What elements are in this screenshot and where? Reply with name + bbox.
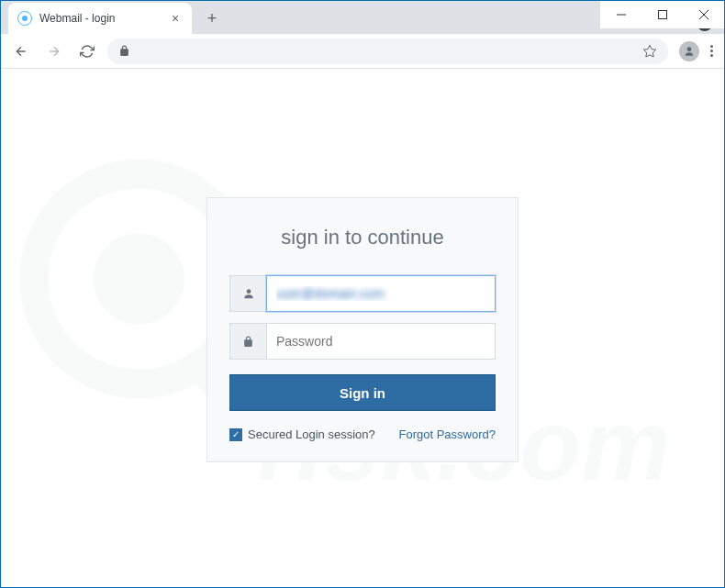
- browser-toolbar: [1, 34, 724, 69]
- minimize-button[interactable]: [600, 1, 641, 28]
- lock-icon: [118, 45, 130, 57]
- password-input[interactable]: [266, 323, 496, 360]
- svg-point-11: [246, 289, 251, 294]
- svg-marker-4: [643, 45, 655, 57]
- username-group: [229, 275, 496, 312]
- secured-session-label: Secured Login session?: [248, 427, 375, 441]
- signin-button[interactable]: Sign in: [229, 374, 496, 411]
- profile-avatar[interactable]: [679, 41, 699, 61]
- lock-icon: [229, 323, 266, 360]
- svg-point-5: [687, 47, 692, 51]
- checkbox-icon: ✓: [229, 428, 242, 441]
- username-input[interactable]: [266, 275, 496, 312]
- star-icon[interactable]: [642, 44, 657, 59]
- user-icon: [229, 275, 266, 312]
- window-controls: [600, 1, 724, 28]
- favicon-icon: [17, 11, 32, 26]
- back-button[interactable]: [8, 39, 34, 64]
- close-tab-icon[interactable]: ×: [168, 11, 183, 26]
- address-bar[interactable]: [107, 39, 668, 64]
- toolbar-actions: [675, 41, 717, 61]
- close-window-button[interactable]: [683, 1, 724, 28]
- tab-title: Webmail - login: [39, 12, 161, 25]
- maximize-button[interactable]: [641, 1, 683, 28]
- new-tab-button[interactable]: +: [199, 6, 225, 31]
- menu-button[interactable]: [710, 45, 713, 57]
- login-title: sign in to continue: [229, 226, 496, 250]
- password-group: [229, 323, 496, 360]
- secured-session-checkbox[interactable]: ✓ Secured Login session?: [229, 427, 375, 441]
- tab-strip: Webmail - login × +: [1, 1, 724, 34]
- svg-point-7: [93, 233, 184, 324]
- login-footer: ✓ Secured Login session? Forgot Password…: [229, 427, 496, 441]
- reload-button[interactable]: [74, 39, 100, 64]
- forgot-password-link[interactable]: Forgot Password?: [399, 427, 496, 441]
- browser-window: Webmail - login × +: [0, 0, 725, 588]
- login-panel: sign in to continue Sign in ✓ Secured Lo…: [206, 197, 519, 462]
- svg-rect-1: [658, 11, 666, 19]
- page-content: PC risk.com sign in to continue Sign in: [2, 96, 723, 586]
- forward-button[interactable]: [41, 39, 67, 64]
- browser-tab[interactable]: Webmail - login ×: [8, 3, 192, 34]
